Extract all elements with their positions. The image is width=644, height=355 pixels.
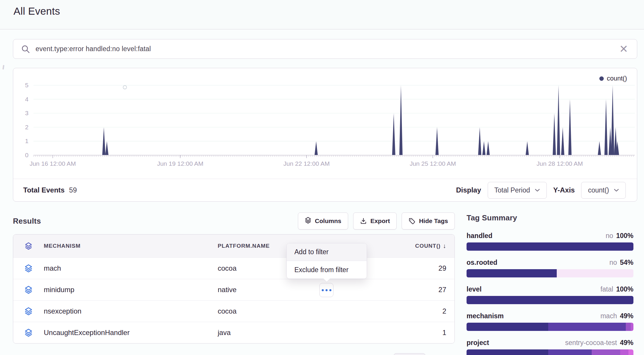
resize-handle-icon: ∥	[2, 64, 5, 70]
total-events-label: Total Events	[23, 186, 65, 194]
export-button[interactable]: Export	[353, 212, 397, 230]
cell-mechanism[interactable]: nsexception	[44, 307, 218, 315]
x-axis-tick-label: Jun 28 12:00 AM	[536, 160, 583, 167]
tag-bar-segment[interactable]	[467, 349, 548, 355]
search-icon	[21, 44, 30, 54]
tag-distribution-bar[interactable]	[467, 323, 633, 331]
context-menu: Add to filterExclude from filter	[286, 243, 367, 279]
chart-spike	[482, 141, 486, 155]
table-row[interactable]: machcocoa29	[13, 257, 455, 279]
cell-count: 2	[410, 307, 455, 315]
chart-spike	[315, 141, 318, 155]
pagination-buttons[interactable]	[394, 353, 425, 355]
chart-spike	[526, 141, 529, 155]
stack-icon	[305, 217, 311, 224]
cell-count: 29	[410, 264, 455, 272]
stack-icon	[13, 286, 44, 294]
stack-icon	[24, 307, 33, 315]
chevron-down-icon	[614, 188, 619, 192]
chart-legend: count()	[599, 75, 627, 82]
tag-bar-segment[interactable]	[592, 349, 620, 355]
tag-distribution-bar[interactable]	[467, 349, 633, 355]
arrow-down-icon: ↓	[443, 242, 446, 249]
search-input[interactable]: event.type:error handled:no level:fatal	[36, 45, 618, 53]
stack-icon	[25, 242, 32, 250]
stack-icon	[24, 329, 33, 337]
stack-icon	[305, 217, 311, 225]
yaxis-dropdown[interactable]: count()	[581, 182, 626, 199]
x-axis-tick-label: Jun 25 12:00 AM	[410, 160, 456, 167]
y-axis-tick-label: 2	[25, 124, 28, 130]
tag-top-value: fatal	[601, 285, 613, 293]
hide-tags-button[interactable]: Hide Tags	[402, 212, 455, 230]
tag-bar-segment[interactable]	[467, 269, 557, 277]
tag-distribution-bar[interactable]	[467, 242, 633, 251]
chart-spike	[487, 141, 490, 155]
tag-summary-heading: Tag Summary	[467, 213, 633, 222]
tag-top-value: no	[609, 259, 617, 267]
y-axis-tick-label: 3	[25, 110, 28, 116]
y-axis-tick-label: 5	[25, 82, 28, 88]
y-axis-tick-label: 0	[25, 152, 28, 158]
table-row[interactable]: minidumpnative27	[13, 279, 455, 300]
context-menu-item[interactable]: Add to filter	[287, 243, 367, 261]
tag-bar-segment[interactable]	[467, 242, 633, 251]
tag-top-percent: 100%	[616, 285, 633, 293]
cell-mechanism[interactable]: UncaughtExceptionHandler	[44, 329, 218, 337]
tag-bar-segment[interactable]	[557, 269, 633, 277]
tag-distribution-bar[interactable]	[467, 269, 633, 277]
column-header-count[interactable]: COUNT() ↓	[410, 242, 455, 249]
tag-bar-segment[interactable]	[467, 296, 633, 304]
tag-bar-segment[interactable]	[620, 349, 628, 355]
tag-summary-panel: Tag Summary handledno100%os.rootedno54%l…	[467, 213, 633, 355]
chart-spike	[598, 141, 601, 155]
tag-bar-segment[interactable]	[548, 323, 626, 331]
tag-bar-segment[interactable]	[467, 323, 548, 331]
x-axis-tick-label: Jun 19 12:00 AM	[157, 160, 204, 167]
chart-spike	[553, 113, 556, 155]
stack-icon	[13, 264, 44, 272]
tag-name: os.rooted	[467, 259, 497, 267]
cell-platform[interactable]: java	[218, 329, 321, 337]
tag-summary-row: levelfatal100%	[467, 285, 633, 304]
chevron-down-icon	[535, 188, 540, 192]
cell-platform[interactable]: native	[218, 286, 321, 294]
stack-icon	[24, 264, 33, 272]
chart-point-marker	[123, 86, 127, 89]
legend-dot-icon	[599, 76, 604, 81]
column-header-mechanism[interactable]: MECHANISM	[44, 243, 218, 249]
stack-icon[interactable]	[13, 242, 44, 250]
tag-bar-segment[interactable]	[631, 323, 633, 331]
export-button-label: Export	[370, 217, 390, 225]
events-over-time-chart[interactable]: 012345Jun 16 12:00 AMJun 19 12:00 AMJun …	[13, 68, 637, 179]
tag-distribution-bar[interactable]	[467, 296, 633, 304]
tag-bar-segment[interactable]	[548, 349, 592, 355]
tag-summary-row: os.rootedno54%	[467, 259, 633, 277]
tag-bar-segment[interactable]	[626, 323, 631, 331]
results-table: MECHANISM PLATFORM.NAME COUNT() ↓ machco…	[13, 234, 455, 344]
total-events-value: 59	[69, 186, 77, 194]
row-actions-button[interactable]	[319, 283, 333, 297]
cell-mechanism[interactable]: minidump	[44, 286, 218, 294]
table-row[interactable]: nsexceptioncocoa2	[13, 300, 455, 322]
tag-top-percent: 49%	[620, 339, 633, 347]
stack-icon	[13, 307, 44, 315]
y-axis-tick-label: 4	[25, 96, 28, 103]
page-header: All Events	[0, 0, 644, 29]
search-bar[interactable]: event.type:error handled:no level:fatal …	[13, 39, 637, 59]
columns-button-label: Columns	[315, 217, 341, 225]
tag-top-percent: 100%	[616, 232, 633, 240]
yaxis-label: Y-Axis	[553, 186, 575, 194]
chart-footer: Total Events 59 Display Total Period Y-A…	[13, 179, 637, 201]
chart-spike	[611, 85, 614, 155]
table-row[interactable]: UncaughtExceptionHandlerjava1	[13, 322, 455, 343]
cell-platform[interactable]: cocoa	[218, 307, 321, 315]
tag-summary-row: mechanismmach49%	[467, 312, 633, 331]
display-dropdown-value: Total Period	[494, 186, 530, 194]
tag-bar-segment[interactable]	[628, 349, 633, 355]
cell-mechanism[interactable]: mach	[44, 264, 218, 272]
cell-count: 27	[410, 286, 455, 294]
columns-button[interactable]: Columns	[298, 212, 348, 230]
clear-search-icon[interactable]: ✕	[618, 44, 629, 54]
display-dropdown[interactable]: Total Period	[488, 182, 547, 199]
